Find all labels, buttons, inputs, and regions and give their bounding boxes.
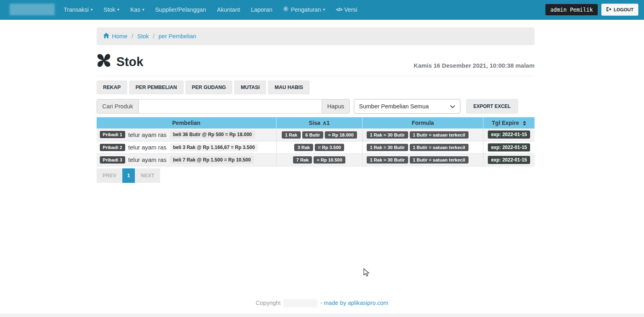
tab-rekap[interactable]: REKAP <box>97 81 127 94</box>
stock-view-tabs: REKAP PER PEMBELIAN PER GUDANG MUTASI MA… <box>97 81 535 94</box>
sisa-badge: 1 Rak <box>282 131 301 139</box>
page-title: Stok <box>97 53 143 71</box>
top-navbar: Transaksi ▾ Stok ▾ Kas ▾ Supplier/Pelang… <box>0 0 644 20</box>
main-menu: Transaksi ▾ Stok ▾ Kas ▾ Supplier/Pelang… <box>64 6 357 13</box>
formula-badge: 1 Rak = 30 Butir <box>367 144 408 151</box>
purchase-detail: beli 3 Rak @ Rp 1.166,67 = Rp 3.500 <box>170 143 258 151</box>
filter-row: Cari Produk Hapus Sumber Pembelian Semua… <box>97 99 535 114</box>
nav-item-laporan[interactable]: Laporan <box>251 6 272 13</box>
search-label: Cari Produk <box>97 99 139 114</box>
export-excel-button[interactable]: EXPORT EXCEL <box>466 99 518 114</box>
breadcrumb-separator: / <box>132 33 133 39</box>
made-by-link[interactable]: - made by aplikasipro.com <box>320 300 388 306</box>
nav-item-label: Supplier/Pelanggan <box>155 6 206 13</box>
nav-item-label: Versi <box>344 6 357 13</box>
source-badge: Pribadi 3 <box>100 156 125 164</box>
nav-item-supplier-pelanggan[interactable]: Supplier/Pelanggan <box>155 6 206 13</box>
copyright-label: Copyright <box>256 300 281 306</box>
breadcrumb-current[interactable]: per Pembelian <box>159 33 196 39</box>
product-search-input[interactable] <box>139 99 322 114</box>
purchase-source-select[interactable]: Sumber Pembelian Semua <box>354 99 460 114</box>
table-header-row: Pembelian Sisa∧1 Formula Tgl Expire <box>97 117 535 128</box>
home-icon <box>103 33 109 40</box>
sisa-badge: = Rp 10.500 <box>314 156 346 164</box>
header-label: Sisa <box>309 120 320 126</box>
nav-item-label: Stok <box>103 6 115 13</box>
product-name: telur ayam ras <box>128 144 167 151</box>
chevron-down-icon <box>450 103 455 110</box>
nav-item-transaksi[interactable]: Transaksi ▾ <box>64 6 93 13</box>
navbar-right: admin Pemilik LOGOUT <box>545 4 638 16</box>
nav-item-pengaturan[interactable]: Pengaturan ▾ <box>283 6 325 13</box>
purchase-detail: beli 7 Rak @ Rp 1.500 = Rp 10.500 <box>170 156 254 164</box>
header-pembelian[interactable]: Pembelian <box>97 117 276 128</box>
caret-down-icon: ▾ <box>142 8 144 12</box>
current-datetime: Kamis 16 Desember 2021, 10:00:38 malam <box>414 62 535 71</box>
sort-asc-indicator: ∧1 <box>322 120 330 126</box>
fan-icon <box>97 53 111 71</box>
expire-badge: exp: 2022-01-15 <box>488 143 530 151</box>
formula-badge: 1 Rak = 30 Butir <box>367 156 408 164</box>
table-row[interactable]: Pribadi 3 telur ayam ras beli 7 Rak @ Rp… <box>97 153 535 166</box>
breadcrumb-separator: / <box>153 33 155 39</box>
caret-down-icon: ▾ <box>91 8 93 12</box>
table-row[interactable]: Pribadi 1 telur ayam ras beli 36 Butir @… <box>97 128 535 141</box>
stock-table: Pembelian Sisa∧1 Formula Tgl Expire Prib <box>97 117 535 166</box>
header-sisa[interactable]: Sisa∧1 <box>276 117 362 128</box>
sisa-badge: = Rp 3.500 <box>315 144 344 151</box>
caret-down-icon: ▾ <box>117 8 119 12</box>
clear-search-button[interactable]: Hapus <box>322 99 350 114</box>
table-row[interactable]: Pribadi 2 telur ayam ras beli 3 Rak @ Rp… <box>97 141 535 153</box>
next-page-button[interactable]: NEXT <box>135 168 160 183</box>
breadcrumb-stok-link[interactable]: Stok <box>137 33 149 39</box>
tab-per-gudang[interactable]: PER GUDANG <box>186 81 233 94</box>
nav-item-label: Kas <box>130 6 140 13</box>
source-badge: Pribadi 1 <box>100 131 125 138</box>
nav-item-label: Transaksi <box>64 6 89 13</box>
page-title-text: Stok <box>116 55 143 69</box>
app-logo[interactable] <box>10 4 55 15</box>
formula-badge: 1 Butir = satuan terkecil <box>410 131 469 139</box>
caret-down-icon: ▾ <box>323 8 325 12</box>
user-badge: admin Pemilik <box>545 4 598 15</box>
sisa-badge: 3 Rak <box>294 144 313 151</box>
expire-badge: exp: 2022-01-15 <box>488 131 530 139</box>
nav-item-kas[interactable]: Kas ▾ <box>130 6 144 13</box>
product-name: telur ayam ras <box>128 131 167 138</box>
tab-mau-habis[interactable]: MAU HABIS <box>268 81 310 94</box>
select-value: Sumber Pembelian Semua <box>359 103 429 110</box>
logout-label: LOGOUT <box>614 7 634 12</box>
code-icon: </> <box>336 6 342 12</box>
header-tgl-expire[interactable]: Tgl Expire <box>483 117 535 128</box>
sisa-badge: = Rp 18.000 <box>325 131 357 139</box>
sort-both-icon <box>523 121 526 126</box>
formula-badge: 1 Rak = 30 Butir <box>367 131 408 139</box>
bottom-strip <box>0 314 644 317</box>
tab-mutasi[interactable]: MUTASI <box>234 81 266 94</box>
breadcrumb-home-link[interactable]: Home <box>103 33 128 40</box>
sisa-badge: 6 Butir <box>302 131 323 139</box>
expire-badge: exp: 2022-01-15 <box>488 156 530 164</box>
current-page-button[interactable]: 1 <box>122 168 135 183</box>
logout-button[interactable]: LOGOUT <box>601 4 638 16</box>
prev-page-button[interactable]: PREV <box>97 168 122 183</box>
page-header: Stok Kamis 16 Desember 2021, 10:00:38 ma… <box>97 53 535 76</box>
source-badge: Pribadi 2 <box>100 144 125 151</box>
product-name: telur ayam ras <box>128 156 167 163</box>
formula-badge: 1 Butir = satuan terkecil <box>410 144 469 151</box>
breadcrumb: Home / Stok / per Pembelian <box>97 27 535 45</box>
nav-item-akuntant[interactable]: Akuntant <box>217 6 240 13</box>
nav-item-label: Akuntant <box>217 6 240 13</box>
redacted-company-name <box>283 299 317 307</box>
sign-out-icon <box>606 7 611 12</box>
nav-item-versi[interactable]: </> Versi <box>336 6 357 13</box>
header-formula[interactable]: Formula <box>362 117 483 128</box>
header-label: Tgl Expire <box>492 120 519 126</box>
nav-item-stok[interactable]: Stok ▾ <box>103 6 119 13</box>
tab-per-pembelian[interactable]: PER PEMBELIAN <box>129 81 184 94</box>
gear-icon <box>283 6 289 13</box>
formula-badge: 1 Butir = satuan terkecil <box>410 156 469 164</box>
pagination: PREV 1 NEXT <box>97 168 535 183</box>
breadcrumb-home-label: Home <box>112 33 128 39</box>
nav-item-label: Pengaturan <box>291 6 321 13</box>
